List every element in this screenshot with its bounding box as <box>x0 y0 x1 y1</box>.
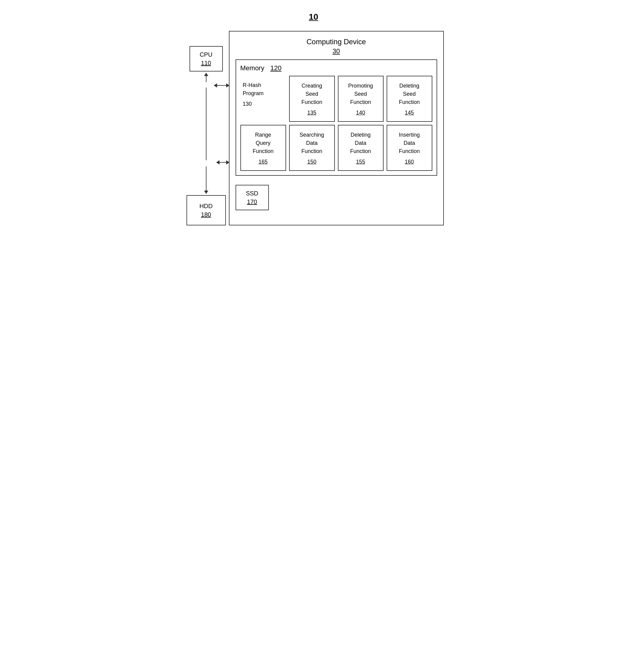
v-line-up <box>206 76 206 82</box>
ssd-label: SSD <box>246 190 258 197</box>
deleting-data-line3: Function <box>341 147 381 155</box>
cpu-ref: 110 <box>201 60 211 66</box>
deleting-seed-line1: Deleting <box>390 82 429 90</box>
promoting-seed-line1: Promoting <box>341 82 381 90</box>
inserting-data-line2: Data <box>390 139 429 147</box>
rhash-ref: 130 <box>243 101 252 107</box>
inserting-data-line1: Inserting <box>390 131 429 139</box>
cpu-mem-arrow <box>214 83 229 88</box>
computing-device-label: Computing Device <box>235 38 437 46</box>
diagram-outer: CPU 110 <box>183 31 444 225</box>
ssd-layout <box>183 160 229 166</box>
searching-data-ref: 150 <box>307 159 317 165</box>
functions-grid: R-Hash Program 130 Creating Seed Functio… <box>241 76 432 171</box>
searching-data-box: Searching Data Function 150 <box>289 125 335 171</box>
creating-seed-ref: 135 <box>307 110 317 116</box>
memory-ref: 120 <box>270 64 281 72</box>
deleting-seed-line2: Seed <box>390 90 429 98</box>
hdd-label: HDD <box>200 203 212 209</box>
ssd-box: SSD 170 <box>235 185 269 210</box>
cpu-label: CPU <box>200 51 212 58</box>
inserting-data-ref: 160 <box>405 159 414 165</box>
inserting-data-box: Inserting Data Function 160 <box>386 125 432 171</box>
deleting-data-box: Deleting Data Function 155 <box>338 125 383 171</box>
deleting-data-line1: Deleting <box>341 131 381 139</box>
v-line-ssd-hdd <box>206 166 206 191</box>
h-line-ssd <box>220 162 226 163</box>
hdd-ref: 180 <box>201 211 211 218</box>
range-query-ref: 165 <box>258 159 268 165</box>
ssd-arrow <box>216 160 229 165</box>
creating-seed-line2: Seed <box>292 90 332 98</box>
computing-device-ref: 30 <box>235 47 437 55</box>
range-query-box: Range Query Function 165 <box>241 125 286 171</box>
searching-data-line1: Searching <box>292 131 332 139</box>
deleting-seed-ref: 145 <box>405 110 414 116</box>
creating-seed-line3: Function <box>292 98 332 106</box>
hdd-box: HDD 180 <box>186 195 226 225</box>
promoting-seed-line2: Seed <box>341 90 381 98</box>
arrowhead-right-ssd <box>226 160 229 165</box>
creating-seed-line1: Creating <box>292 82 332 90</box>
range-query-line1: Range <box>244 131 283 139</box>
arrowhead-left-ssd <box>216 160 220 165</box>
promoting-seed-ref: 140 <box>356 110 365 116</box>
arrowhead-up <box>204 73 208 76</box>
searching-data-line3: Function <box>292 147 332 155</box>
deleting-data-ref: 155 <box>356 159 365 165</box>
memory-label: Memory <box>241 64 264 72</box>
promoting-seed-line3: Function <box>341 98 381 106</box>
cpu-up-arrow <box>204 73 208 82</box>
ssd-ref: 170 <box>247 198 257 205</box>
rhash-program-box: R-Hash Program 130 <box>241 76 286 122</box>
arrowhead-down-hdd <box>204 191 208 194</box>
ssd-section <box>183 160 229 166</box>
diagram-number: 10 <box>309 12 318 22</box>
v-line-cpu-ssd <box>206 88 206 160</box>
memory-label-row: Memory 120 <box>241 64 432 72</box>
range-query-line2: Query <box>244 139 283 147</box>
deleting-seed-line3: Function <box>390 98 429 106</box>
inserting-data-line3: Function <box>390 147 429 155</box>
deleting-data-line2: Data <box>341 139 381 147</box>
cpu-box: CPU 110 <box>190 46 223 72</box>
computing-device-box: Computing Device 30 Memory 120 R-Hash Pr… <box>229 31 444 225</box>
ssd-area: SSD 170 <box>235 185 437 210</box>
creating-seed-box: Creating Seed Function 135 <box>289 76 335 122</box>
rhash-line2: Program <box>243 89 284 98</box>
searching-data-line2: Data <box>292 139 332 147</box>
memory-box: Memory 120 R-Hash Program 130 C <box>235 59 437 176</box>
promoting-seed-box: Promoting Seed Function 140 <box>338 76 383 122</box>
range-query-line3: Function <box>244 147 283 155</box>
arrowhead-right <box>226 83 229 88</box>
arrowhead-left <box>214 83 217 88</box>
page-container: 10 CPU 110 <box>183 12 444 225</box>
deleting-seed-box: Deleting Seed Function 145 <box>386 76 432 122</box>
rhash-line1: R-Hash <box>243 81 284 89</box>
h-line <box>217 85 226 86</box>
left-panel: CPU 110 <box>183 31 229 225</box>
